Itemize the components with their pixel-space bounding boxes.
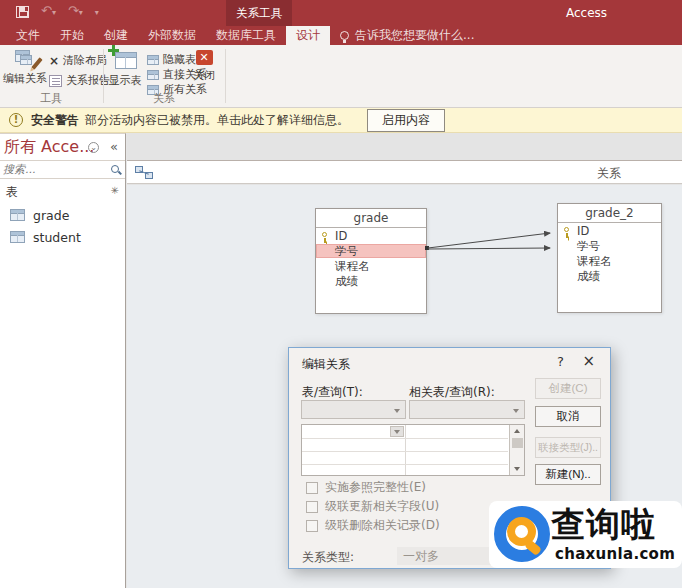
- dialog-title: 编辑关系: [302, 356, 350, 373]
- field-row-kechengming[interactable]: 课程名: [316, 259, 426, 273]
- chevron-down-icon: [394, 409, 400, 413]
- grid-column-divider: [405, 425, 406, 475]
- watermark-domain: chaxunla.com: [555, 545, 675, 563]
- field-mapping-grid[interactable]: [301, 424, 525, 476]
- chevron-down-icon: [394, 430, 400, 434]
- ribbon-separator: [225, 49, 226, 103]
- field-row-kechengming[interactable]: 课程名: [558, 254, 661, 268]
- tell-me-label: 告诉我您想要做什么...: [355, 27, 474, 44]
- document-tab-title[interactable]: 关系: [597, 165, 621, 182]
- table-query-label: 表/查询(T):: [302, 384, 363, 401]
- relationships-doc-icon: [135, 166, 153, 179]
- table-query-combobox[interactable]: [301, 400, 406, 419]
- warning-icon: !: [9, 113, 23, 127]
- group-label-relationships: 关系: [104, 91, 224, 106]
- customize-qat-icon[interactable]: ▾: [95, 8, 99, 17]
- cascade-delete-checkbox[interactable]: 级联删除相关记录(D): [306, 517, 440, 534]
- table-icon: [10, 231, 25, 243]
- edit-relationships-icon: [15, 50, 35, 68]
- chevron-down-icon: [513, 409, 519, 413]
- nav-item-student[interactable]: student: [0, 226, 125, 248]
- ribbon: 编辑关系 × 清除布局 关系报告 工具 显示表 隐藏表 直接关系: [0, 45, 682, 108]
- dialog-help-icon[interactable]: ?: [557, 354, 564, 369]
- field-row-xuehao[interactable]: 学号: [558, 239, 661, 253]
- document-tab-strip: 关系: [127, 160, 682, 184]
- tab-create[interactable]: 创建: [94, 26, 138, 45]
- nav-item-grade[interactable]: grade: [0, 204, 125, 226]
- access-window: ↶▾ ↷▾ ▾ 关系工具 Access 文件 开始 创建 外部数据 数据库工具 …: [0, 0, 682, 588]
- relationship-report-button[interactable]: 关系报告: [49, 73, 110, 88]
- enable-content-button[interactable]: 启用内容: [367, 109, 445, 132]
- cancel-button[interactable]: 取消: [535, 406, 601, 427]
- table-icon: [10, 209, 25, 221]
- section-collapse-icon[interactable]: ✳: [111, 185, 119, 196]
- hide-table-icon: [147, 55, 159, 65]
- tab-database-tools[interactable]: 数据库工具: [206, 26, 286, 45]
- warning-message[interactable]: 部分活动内容已被禁用。单击此处了解详细信息。: [85, 112, 349, 129]
- relationship-type-label: 关系类型:: [302, 549, 354, 566]
- chaxunla-logo-icon: [494, 506, 550, 562]
- table-card-title[interactable]: grade: [316, 209, 426, 228]
- tab-external-data[interactable]: 外部数据: [138, 26, 206, 45]
- ribbon-tab-row: 文件 开始 创建 外部数据 数据库工具 设计 告诉我您想要做什么...: [0, 26, 682, 45]
- table-card-grade-2[interactable]: grade_2 ID 学号 课程名 成绩: [557, 203, 662, 313]
- grid-cell-dropdown[interactable]: [390, 426, 404, 437]
- field-row-id[interactable]: ID: [558, 224, 661, 238]
- scroll-down-icon[interactable]: [514, 467, 520, 471]
- new-button[interactable]: 新建(N)..: [535, 464, 601, 485]
- quick-access-toolbar: ↶▾ ↷▾ ▾: [16, 4, 99, 20]
- shutter-bar-close-icon[interactable]: «: [110, 139, 118, 154]
- navigation-pane: 所有 Acce... ⌄ « 表 ✳ grade student: [0, 133, 126, 588]
- primary-key-icon: [322, 232, 327, 237]
- direct-relationships-icon: [147, 70, 159, 80]
- clear-layout-icon: ×: [49, 55, 59, 67]
- clear-layout-button[interactable]: × 清除布局: [49, 53, 107, 68]
- table-card-title[interactable]: grade_2: [558, 204, 661, 223]
- close-icon: ✕: [196, 50, 213, 65]
- relationship-report-icon: [49, 75, 62, 87]
- field-row-chengji[interactable]: 成绩: [316, 274, 426, 288]
- field-row-chengji[interactable]: 成绩: [558, 269, 661, 283]
- search-input[interactable]: [3, 163, 103, 176]
- nav-section-tables[interactable]: 表 ✳: [0, 182, 125, 200]
- tell-me-box[interactable]: 告诉我您想要做什么...: [330, 26, 474, 45]
- undo-icon[interactable]: ↶▾: [41, 4, 56, 20]
- save-icon[interactable]: [16, 6, 29, 18]
- tab-design[interactable]: 设计: [286, 26, 330, 45]
- group-label-tools: 工具: [0, 91, 102, 106]
- tab-file[interactable]: 文件: [6, 26, 50, 45]
- tab-home[interactable]: 开始: [50, 26, 94, 45]
- checkbox-icon[interactable]: [306, 520, 318, 532]
- dialog-close-icon[interactable]: ×: [582, 352, 595, 370]
- join-type-button[interactable]: 联接类型(J)..: [535, 437, 601, 458]
- checkbox-icon[interactable]: [306, 482, 318, 494]
- primary-key-icon: [564, 227, 569, 232]
- scroll-thumb[interactable]: [512, 438, 523, 448]
- nav-search-box: [0, 160, 125, 179]
- field-row-id[interactable]: ID: [316, 229, 426, 243]
- watermark-brand: 查询啦: [551, 502, 656, 548]
- security-warning-bar: ! 安全警告 部分活动内容已被禁用。单击此处了解详细信息。 启用内容: [0, 108, 682, 133]
- app-title: Access: [566, 6, 607, 20]
- watermark: 查询啦 chaxunla.com: [489, 501, 682, 568]
- contextual-tab-relationship-tools: 关系工具: [226, 0, 292, 26]
- table-card-grade[interactable]: grade ID 学号 课程名 成绩: [315, 208, 427, 314]
- cascade-update-checkbox[interactable]: 级联更新相关字段(U): [306, 498, 439, 515]
- scroll-up-icon[interactable]: [514, 429, 520, 433]
- related-table-query-combobox[interactable]: [409, 400, 525, 419]
- checkbox-icon[interactable]: [306, 501, 318, 513]
- redo-icon[interactable]: ↷▾: [68, 4, 83, 20]
- titlebar: ↶▾ ↷▾ ▾ 关系工具 Access: [0, 0, 682, 26]
- nav-menu-icon[interactable]: ⌄: [88, 142, 99, 153]
- search-icon[interactable]: [111, 165, 119, 173]
- create-button[interactable]: 创建(C): [535, 378, 601, 399]
- field-row-xuehao-selected[interactable]: 学号: [316, 244, 426, 258]
- grid-scrollbar[interactable]: [509, 425, 524, 475]
- lightbulb-icon: [340, 31, 349, 40]
- related-table-query-label: 相关表/查询(R):: [409, 384, 495, 401]
- show-table-icon: [113, 50, 137, 70]
- enforce-referential-integrity-checkbox[interactable]: 实施参照完整性(E): [306, 479, 426, 496]
- nav-pane-title[interactable]: 所有 Acce...: [4, 137, 94, 158]
- warning-title: 安全警告: [31, 112, 79, 129]
